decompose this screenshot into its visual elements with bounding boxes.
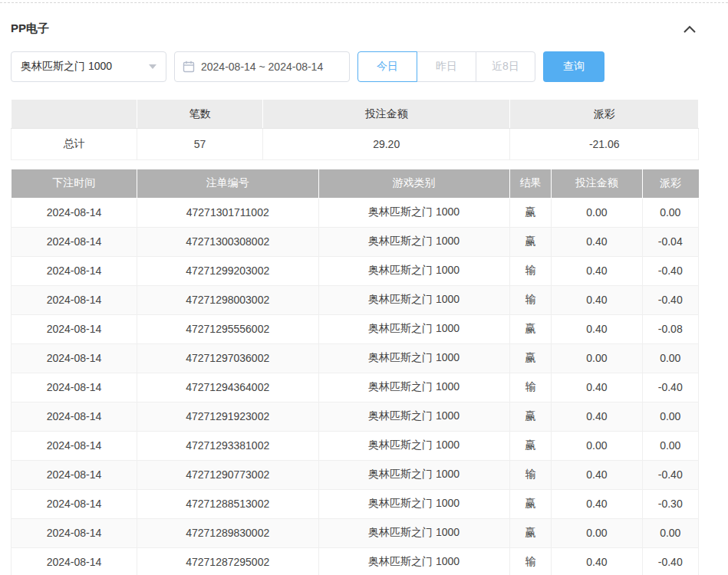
payout-cell: -0.40 <box>642 460 699 489</box>
bet-time-cell: 2024-08-14 <box>12 198 137 227</box>
bet-time-cell: 2024-08-14 <box>12 256 137 285</box>
bet-id-cell: 47271288513002 <box>137 489 318 518</box>
bet-amount-cell: 0.40 <box>552 256 642 285</box>
game-type-cell: 奥林匹斯之门 1000 <box>318 198 509 227</box>
date-range-value: 2024-08-14 ~ 2024-08-14 <box>201 61 323 73</box>
game-type-cell: 奥林匹斯之门 1000 <box>318 285 509 314</box>
result-cell: 赢 <box>509 314 552 343</box>
game-select[interactable]: 奥林匹斯之门 1000 <box>11 51 166 82</box>
result-cell: 赢 <box>509 343 552 373</box>
collapse-chevron-up-icon[interactable] <box>680 22 699 36</box>
quick-range-group: 今日昨日近8日 <box>357 51 535 82</box>
bet-id-cell: 47271287295002 <box>137 547 318 575</box>
summary-cell: 总计 <box>12 129 137 160</box>
bet-id-cell: 47271295556002 <box>137 314 318 343</box>
table-row: 2024-08-1447271293381002奥林匹斯之门 1000赢0.00… <box>12 431 699 460</box>
bet-amount-cell: 0.40 <box>552 402 642 431</box>
bet-time-cell: 2024-08-14 <box>12 314 137 343</box>
payout-cell: 0.00 <box>642 198 699 227</box>
game-select-value: 奥林匹斯之门 1000 <box>21 60 112 74</box>
table-row: 2024-08-1447271291923002奥林匹斯之门 1000赢0.40… <box>12 402 699 431</box>
bet-header-row: 下注时间注单编号游戏类别结果投注金额派彩 <box>12 169 699 198</box>
game-type-cell: 奥林匹斯之门 1000 <box>318 489 509 518</box>
filter-bar: 奥林匹斯之门 1000 2024-08-14 ~ 2024-08-14 今日昨日… <box>11 51 699 82</box>
summary-cell: 29.20 <box>262 129 510 160</box>
bet-id-cell: 47271301711002 <box>137 198 318 227</box>
bet-table: 下注时间注单编号游戏类别结果投注金额派彩 2024-08-14472713017… <box>11 169 699 575</box>
game-type-cell: 奥林匹斯之门 1000 <box>318 373 509 402</box>
table-row: 2024-08-1447271287295002奥林匹斯之门 1000输0.40… <box>12 547 699 575</box>
bet-id-cell: 47271294364002 <box>137 373 318 402</box>
calendar-icon <box>183 61 195 73</box>
bet-time-cell: 2024-08-14 <box>12 227 137 256</box>
bet-time-cell: 2024-08-14 <box>12 402 137 431</box>
table-row: 2024-08-1447271301711002奥林匹斯之门 1000赢0.00… <box>12 198 699 227</box>
payout-cell: -0.40 <box>642 285 699 314</box>
date-range-picker[interactable]: 2024-08-14 ~ 2024-08-14 <box>174 51 350 82</box>
result-cell: 赢 <box>509 518 552 547</box>
payout-cell: 0.00 <box>642 402 699 431</box>
chevron-down-icon <box>149 64 156 69</box>
quick-range-button-0[interactable]: 今日 <box>357 51 417 82</box>
quick-range-button-2[interactable]: 近8日 <box>476 51 535 82</box>
table-row: 2024-08-1447271300308002奥林匹斯之门 1000赢0.40… <box>12 227 699 256</box>
table-row: 2024-08-1447271294364002奥林匹斯之门 1000输0.40… <box>12 373 699 402</box>
bet-time-cell: 2024-08-14 <box>12 285 137 314</box>
table-row: 2024-08-1447271289830002奥林匹斯之门 1000赢0.00… <box>12 518 699 547</box>
bet-header-bet-id-cell: 注单编号 <box>137 169 318 198</box>
query-button[interactable]: 查询 <box>543 51 604 82</box>
payout-cell: -0.04 <box>642 227 699 256</box>
payout-cell: -0.40 <box>642 256 699 285</box>
bet-time-cell: 2024-08-14 <box>12 431 137 460</box>
bet-time-cell: 2024-08-14 <box>12 343 137 373</box>
bet-header-bet-time-cell: 下注时间 <box>12 169 137 198</box>
bet-time-cell: 2024-08-14 <box>12 518 137 547</box>
result-cell: 赢 <box>509 402 552 431</box>
section-header: PP电子 <box>11 3 699 51</box>
bet-amount-cell: 0.00 <box>552 198 642 227</box>
result-cell: 输 <box>509 256 552 285</box>
summary-header-cell: 笔数 <box>137 100 262 129</box>
bet-amount-cell: 0.40 <box>552 460 642 489</box>
bet-header-payout-cell: 派彩 <box>642 169 699 198</box>
bet-header-bet-amount-cell: 投注金额 <box>552 169 642 198</box>
game-type-cell: 奥林匹斯之门 1000 <box>318 402 509 431</box>
summary-header-cell: 派彩 <box>510 100 699 129</box>
game-type-cell: 奥林匹斯之门 1000 <box>318 343 509 373</box>
table-row: 2024-08-1447271290773002奥林匹斯之门 1000输0.40… <box>12 460 699 489</box>
summary-table: 笔数投注金额派彩 总计5729.20-21.06 <box>11 99 699 160</box>
summary-header-row: 笔数投注金额派彩 <box>12 100 699 129</box>
table-row: 2024-08-1447271288513002奥林匹斯之门 1000赢0.40… <box>12 489 699 518</box>
payout-cell: 0.00 <box>642 518 699 547</box>
bet-header-result-cell: 结果 <box>509 169 552 198</box>
payout-cell: 0.00 <box>642 431 699 460</box>
bet-id-cell: 47271299203002 <box>137 256 318 285</box>
result-cell: 输 <box>509 373 552 402</box>
summary-header-cell: 投注金额 <box>262 100 510 129</box>
bet-amount-cell: 0.40 <box>552 547 642 575</box>
payout-cell: 0.00 <box>642 343 699 373</box>
quick-range-button-1[interactable]: 昨日 <box>417 51 476 82</box>
bet-amount-cell: 0.40 <box>552 314 642 343</box>
bet-id-cell: 47271289830002 <box>137 518 318 547</box>
game-type-cell: 奥林匹斯之门 1000 <box>318 518 509 547</box>
bet-id-cell: 47271290773002 <box>137 460 318 489</box>
bet-time-cell: 2024-08-14 <box>12 547 137 575</box>
bet-id-cell: 47271300308002 <box>137 227 318 256</box>
result-cell: 输 <box>509 285 552 314</box>
bet-amount-cell: 0.40 <box>552 285 642 314</box>
game-type-cell: 奥林匹斯之门 1000 <box>318 256 509 285</box>
bet-amount-cell: 0.00 <box>552 431 642 460</box>
payout-cell: -0.08 <box>642 314 699 343</box>
result-cell: 赢 <box>509 489 552 518</box>
bet-amount-cell: 0.40 <box>552 489 642 518</box>
summary-header-cell <box>12 100 137 129</box>
table-row: 2024-08-1447271299203002奥林匹斯之门 1000输0.40… <box>12 256 699 285</box>
table-row: 2024-08-1447271295556002奥林匹斯之门 1000赢0.40… <box>12 314 699 343</box>
bet-amount-cell: 0.00 <box>552 343 642 373</box>
bet-id-cell: 47271293381002 <box>137 431 318 460</box>
payout-cell: -0.40 <box>642 373 699 402</box>
bet-id-cell: 47271298003002 <box>137 285 318 314</box>
summary-cell: -21.06 <box>510 129 699 160</box>
result-cell: 赢 <box>509 431 552 460</box>
